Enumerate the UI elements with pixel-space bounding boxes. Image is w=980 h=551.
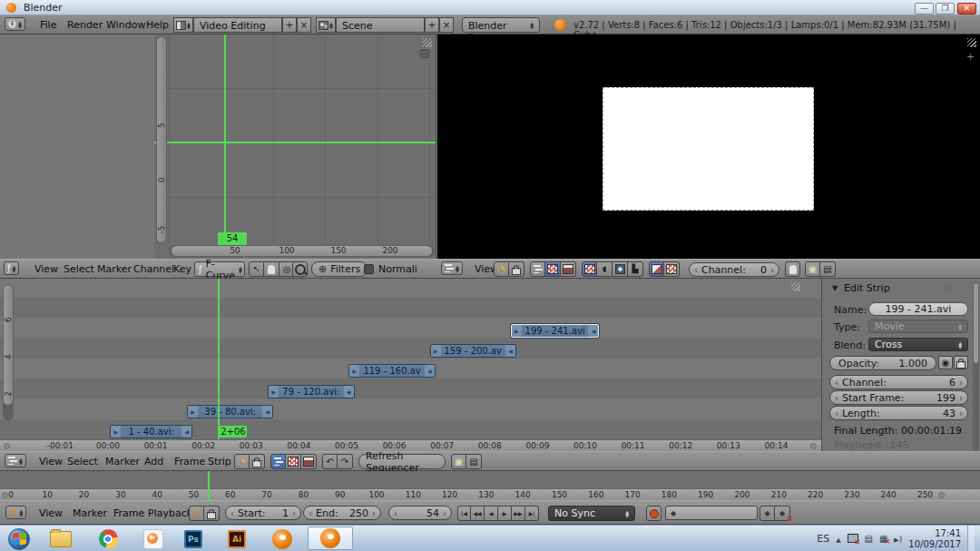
jump-to-end-button[interactable]: ▶| [525,506,539,521]
start-frame-field[interactable]: Start Frame:199 [829,390,968,405]
graph-menu-marker[interactable]: Marker [97,263,132,275]
refresh-sequencer-button[interactable]: Refresh Sequencer [358,454,446,469]
decrement-arrow-icon[interactable] [835,377,838,389]
panel-scrollbar[interactable] [973,282,979,451]
area-corner-widget[interactable] [967,38,976,47]
language-indicator[interactable]: ES [817,533,829,545]
taskbar-chrome-button[interactable] [94,528,122,549]
properties-region-plus-button[interactable]: + [966,51,975,63]
seq-menu-add[interactable]: Add [144,456,163,467]
taskbar-media-player-button[interactable] [140,528,167,549]
timeline-menu-view[interactable]: View [39,507,63,519]
taskbar-explorer-button[interactable] [47,528,74,549]
area-corner-widget[interactable] [423,38,432,47]
jump-to-start-button[interactable]: |◀ [457,506,471,521]
graph-menu-select[interactable]: Select [64,263,94,275]
channel-number-field[interactable]: Channel:6 [829,375,968,389]
topbar-menu-file[interactable]: File [40,19,56,31]
sequence-display-icon[interactable] [270,454,286,469]
add-screen-layout-button[interactable]: + [282,17,297,33]
topbar-menu-help[interactable]: Help [146,19,169,31]
timeline-playhead-line[interactable] [208,471,210,500]
taskbar-blender-button[interactable] [269,528,296,549]
show-desktop-button[interactable] [967,526,975,551]
delete-scene-button[interactable]: × [439,17,454,33]
area-corner-widget[interactable] [791,282,800,291]
editor-type-info-button[interactable]: i [5,17,25,31]
vse-strip[interactable]: 1 - 40.avi: [110,425,192,438]
panel-grip-icon[interactable]: ∷∷ [946,283,957,292]
vse-strip[interactable]: 159 - 200.av [430,344,516,358]
video-sequence-editor[interactable]: 642 1 - 40.avi:39 - 80.avi:79 - 120.avi:… [0,279,821,451]
decrement-arrow-icon[interactable] [309,507,312,519]
delete-screen-layout-button[interactable]: × [297,17,311,33]
timeline-frame-ruler[interactable]: 0102030405060708090100110120130140150160… [0,488,980,500]
graph-menu-channel[interactable]: Channel [133,263,174,275]
editor-type-sequencer-button[interactable] [5,454,26,467]
magnifier-button[interactable] [292,261,308,277]
restore-button[interactable]: ❐ [936,3,955,15]
opacity-slider[interactable]: Opacity:1.000 [829,356,936,370]
graph-vertical-scrollbar[interactable] [156,36,167,243]
auto-keyframe-record-button[interactable] [646,506,662,521]
timeline-menu-playback[interactable]: Playback [148,507,192,519]
alpha-checker-icon[interactable] [664,261,680,277]
time-pie-icon[interactable] [234,454,250,469]
length-field[interactable]: Length:43 [829,406,968,420]
new-image-button[interactable] [451,454,466,469]
time-pie-icon[interactable] [189,506,204,521]
topbar-menu-render[interactable]: Render [67,19,103,31]
histogram-icon-button[interactable] [628,261,643,277]
update-error-icon[interactable]: ▦ [879,534,887,544]
lock-opacity-button[interactable] [954,356,968,369]
graph-horizontal-scrollbar[interactable]: 50100150200 [169,245,435,257]
current-frame-field[interactable]: 54 [388,506,452,520]
blend-mode-select[interactable]: Cross [868,338,968,351]
decrement-arrow-icon[interactable] [230,507,234,519]
add-scene-button[interactable]: + [425,17,439,33]
clapper-button[interactable] [466,454,482,469]
new-image-button[interactable] [805,261,820,277]
increment-arrow-icon[interactable] [959,408,963,419]
time-pie-icon[interactable] [494,261,509,277]
graph-view[interactable]: 54 50-5 50100150200 [154,34,436,259]
image-channel-icon[interactable] [582,261,597,277]
graph-playhead-line[interactable] [224,34,226,245]
seq-menu-marker[interactable]: Marker [105,456,140,467]
increment-arrow-icon[interactable] [292,507,296,519]
sync-mode-select[interactable]: No Sync [548,506,635,521]
sequence-display-icon[interactable] [530,261,545,277]
seq-menu-view[interactable]: View [39,456,63,467]
vse-strip[interactable]: 79 - 120.avi: [268,385,354,398]
sequence-image-icon[interactable] [301,454,317,469]
clapper-button[interactable] [820,261,836,277]
taskbar-illustrator-button[interactable]: Ai [223,528,250,549]
normalize-checkbox[interactable] [364,264,374,274]
lock-button[interactable] [509,261,524,277]
over-drop-icon[interactable] [649,261,664,277]
ghost-curves-icon[interactable] [264,261,279,277]
seq-menu-strip[interactable]: Strip [208,456,231,467]
scrollbar-thumb[interactable] [157,37,166,242]
decrement-arrow-icon[interactable] [835,392,838,404]
animate-opacity-button[interactable] [938,356,953,369]
minimize-button[interactable]: — [915,3,934,15]
next-keyframe-button[interactable]: ▶▶ [512,506,525,521]
taskbar-blender-active-icon[interactable] [317,527,344,548]
increment-arrow-icon[interactable] [443,507,446,519]
keying-set-field[interactable] [665,506,758,520]
taskbar-photoshop-button[interactable]: Ps [180,528,207,549]
image-preview-icon[interactable] [545,261,561,277]
insert-keyframe-button[interactable] [760,506,775,521]
timeline-area[interactable]: 0102030405060708090100110120130140150160… [0,471,980,500]
panel-title[interactable]: Edit Strip [844,282,890,294]
start-frame-field[interactable]: Start:1 [225,506,301,520]
graph-menu-key[interactable]: Key [173,263,191,275]
screen-layout-icon-button[interactable] [173,17,193,33]
timeline-menu-marker[interactable]: Marker [73,507,107,519]
scene-icon-button[interactable] [316,17,336,33]
lock-button[interactable] [204,506,220,521]
vse-strip[interactable]: 199 - 241.avi [511,324,600,338]
clipboard-tray-icon[interactable]: ▤ [865,534,873,544]
strip-name-field[interactable]: 199 - 241.avi [868,302,968,316]
